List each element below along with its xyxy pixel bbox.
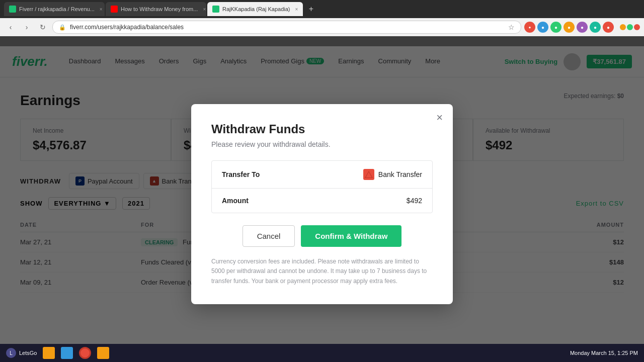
browser-ext-icon-7[interactable]: ● <box>603 22 614 33</box>
modal-disclaimer: Currency conversion fees are included. P… <box>211 257 433 286</box>
browser-ext-icon-3[interactable]: ● <box>550 22 561 33</box>
browser-ext-icon-2[interactable]: ● <box>537 22 548 33</box>
back-button[interactable]: ‹ <box>4 21 17 34</box>
address-bar[interactable]: 🔒 fiverr.com/users/rajkkapadia/balance/s… <box>52 21 521 34</box>
tab-close-youtube[interactable]: × <box>203 7 206 12</box>
taskbar-camera-icon[interactable] <box>61 347 73 359</box>
taskbar-files-icon[interactable] <box>97 347 109 359</box>
tab-favicon-fiverr <box>9 6 16 13</box>
taskbar-chrome-icon[interactable] <box>79 347 91 359</box>
tab-bar: Fiverr / rajkkapadia / Revenu... × How t… <box>0 0 644 18</box>
taskbar-right: Monday March 15, 1:25 PM <box>570 350 638 356</box>
bank-icon-svg <box>364 170 373 178</box>
tab-close-fiverr[interactable]: × <box>100 7 103 12</box>
amount-label: Amount <box>222 197 407 205</box>
modal-buttons: Cancel Confirm & Withdraw <box>211 225 433 247</box>
modal-close-button[interactable]: × <box>436 112 443 123</box>
details-table: Transfer To Bank Transfer Amount $492 <box>211 160 433 213</box>
minimize-button[interactable] <box>620 24 626 30</box>
taskbar-clock: Monday March 15, 1:25 PM <box>570 350 638 356</box>
address-bar-row: ‹ › ↻ 🔒 fiverr.com/users/rajkkapadia/bal… <box>0 18 644 36</box>
tab-favicon-profile <box>212 6 219 13</box>
browser-ext-icon-5[interactable]: ● <box>577 22 588 33</box>
tab-youtube[interactable]: How to Withdraw Money from... × <box>106 2 206 16</box>
address-text: fiverr.com/users/rajkkapadia/balance/sal… <box>70 24 184 31</box>
window-controls <box>620 24 640 30</box>
browser-chrome: Fiverr / rajkkapadia / Revenu... × How t… <box>0 0 644 46</box>
modal-overlay: × Withdraw Funds Please review your with… <box>0 46 644 362</box>
taskbar-app-icon: L <box>6 348 16 358</box>
taskbar-app-label: LetsGo <box>19 350 37 356</box>
browser-ext-icon-1[interactable]: ● <box>524 22 535 33</box>
lock-icon: 🔒 <box>59 24 66 31</box>
transfer-to-label: Transfer To <box>222 170 363 178</box>
maximize-button[interactable] <box>627 24 633 30</box>
taskbar: L LetsGo Monday March 15, 1:25 PM <box>0 344 644 362</box>
forward-button[interactable]: › <box>20 21 33 34</box>
tab-label-fiverr: Fiverr / rajkkapadia / Revenu... <box>19 6 95 12</box>
close-button[interactable] <box>634 24 640 30</box>
amount-value: $492 <box>407 197 422 205</box>
transfer-to-value: Bank Transfer <box>363 169 422 180</box>
taskbar-folder-icon[interactable] <box>43 347 55 359</box>
new-tab-button[interactable]: + <box>304 2 318 16</box>
tab-favicon-youtube <box>111 6 118 13</box>
browser-ext-icon-6[interactable]: ● <box>590 22 601 33</box>
amount-row: Amount $492 <box>212 189 432 213</box>
modal-title: Withdraw Funds <box>211 122 433 136</box>
tab-label-profile: RajKKapadia (Raj Kapadia) <box>222 6 290 12</box>
browser-ext-icon-4[interactable]: ● <box>564 22 575 33</box>
reload-button[interactable]: ↻ <box>36 21 49 34</box>
cancel-button[interactable]: Cancel <box>243 225 295 247</box>
browser-icons: ● ● ● ● ● ● ● <box>524 22 640 33</box>
tab-label-youtube: How to Withdraw Money from... <box>121 6 198 12</box>
taskbar-app[interactable]: L LetsGo <box>6 348 37 358</box>
tab-profile[interactable]: RajKKapadia (Raj Kapadia) × <box>207 2 303 16</box>
bank-transfer-icon <box>363 169 374 180</box>
tab-close-profile[interactable]: × <box>295 7 298 12</box>
confirm-withdraw-button[interactable]: Confirm & Withdraw <box>301 225 401 247</box>
modal-subtitle: Please review your withdrawal details. <box>211 140 433 148</box>
tab-fiverr[interactable]: Fiverr / rajkkapadia / Revenu... × <box>4 2 105 16</box>
star-icon[interactable]: ☆ <box>508 23 515 31</box>
withdraw-modal: × Withdraw Funds Please review your with… <box>191 104 453 304</box>
transfer-to-row: Transfer To Bank Transfer <box>212 161 432 189</box>
